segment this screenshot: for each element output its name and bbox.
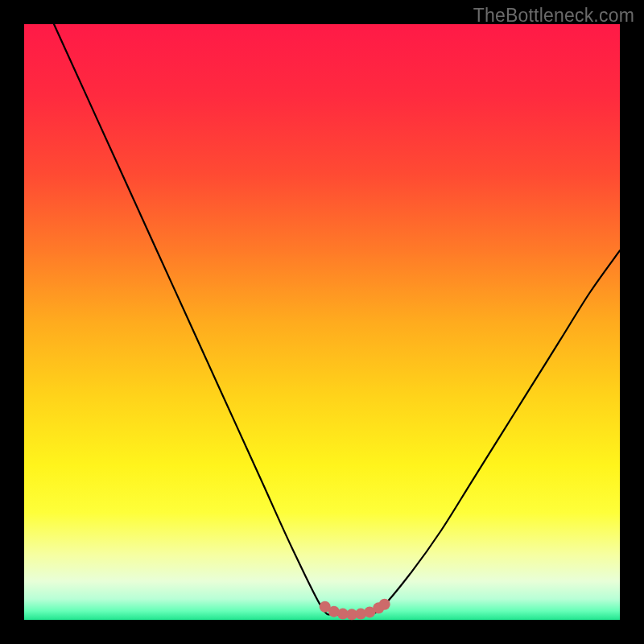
chart-frame: TheBottleneck.com xyxy=(0,0,644,644)
watermark-text: TheBottleneck.com xyxy=(473,5,634,27)
marker-dot xyxy=(379,599,390,610)
bottom-markers xyxy=(320,599,390,621)
chart-svg xyxy=(24,24,620,620)
bottleneck-curve xyxy=(54,24,620,615)
